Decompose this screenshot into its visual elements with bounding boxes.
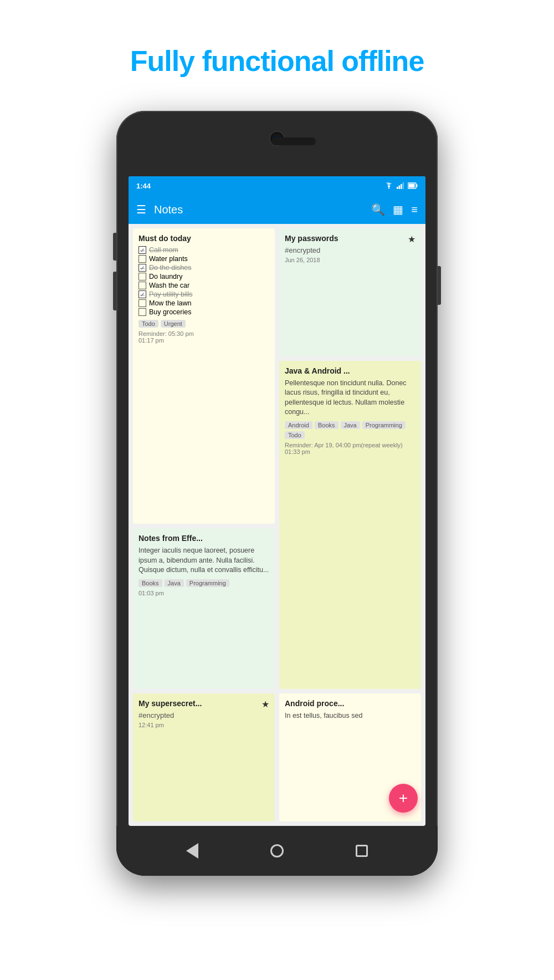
star-icon-supersecret[interactable]: ★ bbox=[261, 699, 269, 710]
note-title-supersecret: My supersecret... bbox=[138, 699, 269, 708]
checkbox-water-plants[interactable] bbox=[138, 255, 146, 263]
tag-android[interactable]: Android bbox=[285, 421, 312, 429]
check-item-laundry[interactable]: Do laundry bbox=[138, 273, 269, 280]
battery-icon bbox=[408, 182, 418, 189]
check-item-wash-car[interactable]: Wash the car bbox=[138, 282, 269, 289]
tags-java: Android Books Java Programming Todo bbox=[285, 421, 416, 439]
check-item-mow-lawn[interactable]: Mow the lawn bbox=[138, 299, 269, 307]
note-body-effe: Integer iaculis neque laoreet, posuere i… bbox=[138, 546, 269, 575]
svg-rect-5 bbox=[417, 185, 418, 187]
note-encrypted-supersecret: #encrypted bbox=[138, 711, 269, 719]
check-label-call-mom: Call mom bbox=[149, 246, 178, 254]
checkbox-wash-car[interactable] bbox=[138, 282, 146, 289]
check-label-wash-car: Wash the car bbox=[149, 282, 189, 289]
checkbox-laundry[interactable] bbox=[138, 273, 146, 280]
layout-icon[interactable]: ▦ bbox=[393, 203, 403, 216]
app-bar: ☰ Notes 🔍 ▦ ≡ bbox=[129, 195, 425, 224]
check-label-dishes: Do the dishes bbox=[149, 264, 191, 272]
status-icons bbox=[384, 182, 418, 189]
note-notes-from-effe[interactable]: Notes from Effe... Integer iaculis neque… bbox=[133, 528, 275, 689]
note-java-android[interactable]: Java & Android ... Pellentesque non tinc… bbox=[279, 361, 421, 690]
signal-icon bbox=[397, 182, 404, 189]
svg-rect-6 bbox=[409, 184, 415, 188]
note-my-passwords[interactable]: ★ My passwords #encrypted Jun 26, 2018 bbox=[279, 228, 421, 356]
check-label-utility-bills: Pay utility bills bbox=[149, 290, 193, 298]
check-item-water-plants[interactable]: Water plants bbox=[138, 255, 269, 263]
volume-up-button bbox=[113, 233, 116, 261]
status-bar: 1:44 bbox=[129, 176, 425, 195]
nav-home-button[interactable] bbox=[268, 842, 286, 860]
svg-rect-3 bbox=[403, 182, 404, 189]
phone-shell: 1:44 bbox=[116, 111, 438, 876]
checkbox-groceries[interactable] bbox=[138, 308, 146, 316]
tag-todo-java[interactable]: Todo bbox=[285, 431, 305, 439]
note-meta-java: Reminder: Apr 19, 04:00 pm(repeat weekly… bbox=[285, 442, 416, 455]
note-must-do-today[interactable]: Must do today ✓ Call mom Water plants ✓ … bbox=[133, 228, 275, 524]
check-item-groceries[interactable]: Buy groceries bbox=[138, 308, 269, 316]
fab-add-button[interactable]: + bbox=[389, 784, 418, 813]
tag-books-effe[interactable]: Books bbox=[138, 579, 162, 587]
note-title-passwords: My passwords bbox=[285, 234, 416, 243]
nav-recents-button[interactable] bbox=[353, 842, 371, 860]
volume-down-button bbox=[113, 272, 116, 310]
check-item-dishes[interactable]: ✓ Do the dishes bbox=[138, 264, 269, 272]
tags-must-do: Todo Urgent bbox=[138, 320, 269, 328]
wifi-icon bbox=[384, 182, 393, 189]
note-title-java: Java & Android ... bbox=[285, 366, 416, 375]
note-meta-effe: 01:03 pm bbox=[138, 590, 269, 596]
checkbox-dishes[interactable]: ✓ bbox=[138, 264, 146, 272]
tags-effe: Books Java Programming bbox=[138, 579, 269, 587]
notes-grid: Must do today ✓ Call mom Water plants ✓ … bbox=[129, 224, 425, 826]
power-button bbox=[438, 266, 441, 305]
star-icon-passwords[interactable]: ★ bbox=[408, 234, 416, 244]
note-body-android-proce: In est tellus, faucibus sed bbox=[285, 711, 416, 721]
menu-icon[interactable]: ☰ bbox=[136, 203, 146, 216]
check-label-water-plants: Water plants bbox=[149, 255, 188, 263]
speaker bbox=[271, 137, 316, 145]
svg-rect-0 bbox=[397, 187, 398, 189]
phone-screen: 1:44 bbox=[129, 176, 425, 826]
svg-rect-2 bbox=[401, 184, 402, 189]
note-title-android-proce: Android proce... bbox=[285, 699, 416, 708]
search-icon[interactable]: 🔍 bbox=[371, 203, 385, 216]
note-time-supersecret: 12:41 pm bbox=[138, 722, 269, 728]
check-label-mow-lawn: Mow the lawn bbox=[149, 299, 191, 307]
phone-mockup: 1:44 bbox=[116, 111, 438, 876]
nav-back-button[interactable] bbox=[183, 842, 201, 860]
filter-icon[interactable]: ≡ bbox=[411, 203, 418, 216]
check-item-utility-bills[interactable]: ✓ Pay utility bills bbox=[138, 290, 269, 298]
note-meta-must-do: Reminder: 05:30 pm 01:17 pm bbox=[138, 330, 269, 344]
note-date-passwords: Jun 26, 2018 bbox=[285, 257, 416, 263]
check-label-laundry: Do laundry bbox=[149, 273, 182, 280]
tag-todo[interactable]: Todo bbox=[138, 320, 158, 328]
tag-java[interactable]: Java bbox=[341, 421, 360, 429]
note-encrypted-passwords: #encrypted bbox=[285, 246, 416, 254]
checkbox-utility-bills[interactable]: ✓ bbox=[138, 290, 146, 298]
checkbox-mow-lawn[interactable] bbox=[138, 299, 146, 307]
tag-urgent[interactable]: Urgent bbox=[161, 320, 186, 328]
tag-programming-effe[interactable]: Programming bbox=[186, 579, 229, 587]
check-label-groceries: Buy groceries bbox=[149, 308, 191, 316]
note-body-java: Pellentesque non tincidunt nulla. Donec … bbox=[285, 379, 416, 417]
checkbox-call-mom[interactable]: ✓ bbox=[138, 246, 146, 254]
note-title-must-do: Must do today bbox=[138, 234, 269, 243]
svg-rect-1 bbox=[399, 186, 401, 190]
tag-programming-java[interactable]: Programming bbox=[362, 421, 406, 429]
nav-bar bbox=[116, 826, 438, 876]
tag-books-java[interactable]: Books bbox=[315, 421, 338, 429]
note-title-effe: Notes from Effe... bbox=[138, 534, 269, 543]
tag-java-effe[interactable]: Java bbox=[165, 579, 184, 587]
app-title: Notes bbox=[154, 203, 363, 216]
page-headline: Fully functional offline bbox=[130, 44, 424, 78]
status-time: 1:44 bbox=[136, 182, 151, 190]
note-my-supersecret[interactable]: ★ My supersecret... #encrypted 12:41 pm bbox=[133, 693, 275, 821]
check-item-call-mom[interactable]: ✓ Call mom bbox=[138, 246, 269, 254]
